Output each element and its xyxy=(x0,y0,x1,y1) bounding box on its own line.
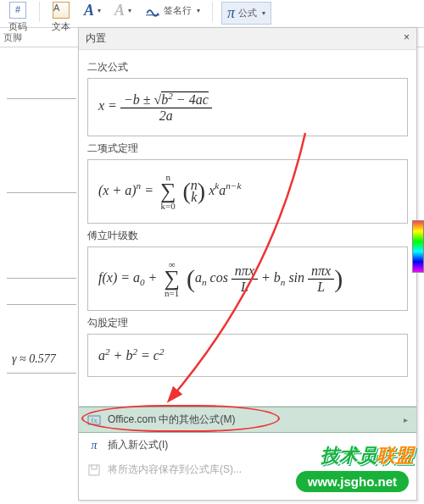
wordart-icon: A xyxy=(114,2,125,19)
section-label: 傅立叶级数 xyxy=(87,229,408,243)
equation-item-pythagorean[interactable]: a2 + b2 = c2 xyxy=(87,334,408,376)
gamma-text: γ ≈ 0.577 xyxy=(12,352,56,366)
separator xyxy=(212,2,213,22)
equation-gallery-panel: 内置 × 二次公式 x = −b ± √b2 − 4ac2a 二项式定理 (x … xyxy=(78,27,417,501)
equation-button[interactable]: π 公式 ▾ xyxy=(221,2,271,25)
signature-label: 签名行 xyxy=(164,4,192,17)
svg-text:fx: fx xyxy=(91,416,98,424)
dropcap-icon: A xyxy=(84,2,94,19)
menu-label: 将所选内容保存到公式库(S)... xyxy=(108,462,242,477)
save-to-gallery-icon xyxy=(87,463,101,477)
menu-label: Office.com 中的其他公式(M) xyxy=(108,413,235,427)
chevron-down-icon: ▾ xyxy=(262,9,265,17)
equation-item-quadratic[interactable]: x = −b ± √b2 − 4ac2a xyxy=(87,78,408,136)
textbox-label: 文本 xyxy=(52,20,70,33)
menu-label: 插入新公式(I) xyxy=(108,438,168,452)
hash-icon: # xyxy=(9,2,26,19)
chevron-down-icon: ▾ xyxy=(98,7,101,14)
chevron-right-icon: ▸ xyxy=(404,415,408,424)
equation-item-binomial[interactable]: (x + a)n = n∑k=0 nk xkan−k xyxy=(87,159,408,224)
document-background: γ ≈ 0.577 xyxy=(0,47,76,504)
equation-gallery[interactable]: 二次公式 x = −b ± √b2 − 4ac2a 二项式定理 (x + a)n… xyxy=(79,50,416,406)
separator xyxy=(39,2,40,22)
section-label: 勾股定理 xyxy=(87,316,408,330)
watermark-brand: 技术员联盟 xyxy=(321,443,414,468)
panel-title: 内置 xyxy=(86,31,106,46)
panel-header: 内置 × xyxy=(79,28,416,50)
ribbon: # 页码 A 文本 A ▾ A ▾ 签名行 ▾ π 公式 ▾ xyxy=(0,0,424,28)
signature-icon xyxy=(145,2,160,17)
wordart-button[interactable]: A ▾ xyxy=(111,2,135,19)
textbox-button[interactable]: A 文本 xyxy=(48,2,74,33)
page-number-button[interactable]: # 页码 xyxy=(5,2,31,33)
section-label: 二次公式 xyxy=(87,60,408,75)
watermark-url: www.jsgho.net xyxy=(296,471,409,492)
equation-label: 公式 xyxy=(238,7,257,19)
dropcap-button[interactable]: A ▾ xyxy=(81,2,104,19)
chevron-down-icon: ▾ xyxy=(128,7,131,14)
chevron-down-icon: ▾ xyxy=(197,7,200,14)
color-strip xyxy=(412,220,424,273)
menu-more-office[interactable]: fx Office.com 中的其他公式(M) ▸ xyxy=(79,407,416,433)
footer-tab[interactable]: 页脚 xyxy=(3,31,22,44)
signature-line-button[interactable]: 签名行 ▾ xyxy=(142,2,204,19)
close-icon[interactable]: × xyxy=(404,31,410,46)
equation-gallery-icon: fx xyxy=(87,413,101,427)
pi-icon: π xyxy=(227,4,235,22)
pi-icon: π xyxy=(87,439,101,452)
textbox-icon: A xyxy=(53,2,70,19)
section-label: 二项式定理 xyxy=(87,141,408,156)
equation-item-fourier[interactable]: f(x) = a0 + ∞∑n=1 (an cos nπxL + bn sin … xyxy=(87,246,408,311)
svg-rect-3 xyxy=(89,465,99,475)
